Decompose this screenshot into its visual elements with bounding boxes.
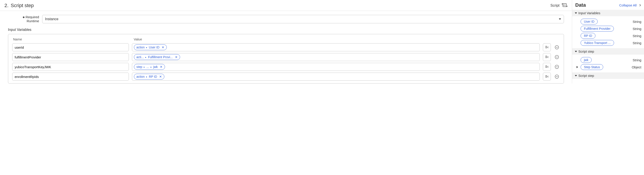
data-pill[interactable]: step▸...▸jwk✕ [134,64,165,70]
data-pill[interactable]: action▸User ID✕ [134,44,167,50]
input-variable-row: action▸User ID✕ [12,43,560,51]
data-type-label: String [633,34,641,38]
data-pill[interactable]: Fulfillment Provider [580,26,614,32]
pill-segment: action [136,46,144,49]
svg-point-6 [548,67,548,67]
data-pill[interactable]: Step Status [580,64,603,70]
required-runtime-row: ✱ Required Runtime Instance [8,15,564,23]
data-item: Step StatusObject [575,64,641,71]
remove-row-button[interactable] [554,54,560,60]
data-group-label: Script step [578,74,594,78]
data-picker-button[interactable] [543,53,551,61]
step-number: 2. [4,3,8,9]
caret-right-icon: ▸ [145,56,146,58]
input-variable-row: action▸RP ID✕ [12,73,560,81]
chevron-down-icon [559,19,561,20]
pill-segment: User ID [149,46,159,49]
variable-value-field[interactable]: step▸...▸jwk✕ [132,63,540,71]
data-group-label: Script step [578,50,594,53]
data-item: Yubico Transport ...String [575,39,641,46]
pill-segment: action [136,75,144,78]
pill-segment: RP ID [149,75,157,78]
column-header-name: Name [12,37,132,41]
column-header-value: Value [132,37,560,41]
caret-right-icon: ▸ [146,76,147,78]
data-type-label: String [633,27,641,31]
data-picker-button[interactable] [543,63,551,71]
data-group-label: Input Variables [578,11,600,15]
caret-right-icon: ▸ [144,66,145,68]
remove-row-button[interactable] [554,64,560,70]
data-item: RP IDString [575,32,641,39]
required-runtime-select[interactable]: Instance [42,15,564,23]
variable-value-field[interactable]: action▸RP ID✕ [132,73,540,81]
data-item: jwkString [575,56,641,64]
required-runtime-label: ✱ Required Runtime [8,15,39,23]
data-panel-title: Data [575,2,586,8]
variable-name-input[interactable] [12,43,129,51]
caret-down-icon [575,13,577,14]
data-pill[interactable]: User ID [580,19,598,25]
input-variable-row: acti...▸Fulfillment Provi...✕ [12,53,560,61]
script-icon [562,3,568,9]
input-variables-title: Input Variables [8,28,564,32]
data-type-label: Object [632,65,641,69]
caret-down-icon [575,51,577,52]
data-pill[interactable]: RP ID [580,33,596,39]
remove-pill-icon[interactable]: ✕ [162,46,164,49]
pill-segment: acti... [136,55,144,59]
remove-pill-icon[interactable]: ✕ [160,65,162,69]
variable-value-field[interactable]: action▸User ID✕ [132,43,540,51]
pill-segment: step [136,65,142,69]
data-group-header[interactable]: Input Variables [572,10,644,16]
data-item: Fulfillment ProviderString [575,25,641,32]
pill-segment: Fulfillment Provi... [148,55,172,59]
pill-segment: jwk [153,65,158,69]
input-variables-box: Name Value action▸User ID✕acti...▸Fulfil… [8,34,564,84]
step-type-label: Script [550,4,560,8]
data-group-header[interactable]: Script step [572,48,644,55]
svg-point-9 [548,77,548,77]
caret-right-icon: ▸ [146,46,147,49]
data-type-label: String [633,20,641,24]
chevron-right-icon[interactable]: › [639,2,641,8]
collapse-all-button[interactable]: Collapse All [619,3,636,7]
data-picker-button[interactable] [543,73,551,81]
pill-segment: ... [146,65,149,69]
data-pill[interactable]: jwk [580,57,592,63]
variable-name-input[interactable] [12,73,129,81]
data-pill[interactable]: acti...▸Fulfillment Provi...✕ [134,54,180,60]
step-header: 2. Script step Script [0,0,572,11]
remove-pill-icon[interactable]: ✕ [159,75,162,78]
data-pill[interactable]: action▸RP ID✕ [134,74,164,80]
input-variable-row: step▸...▸jwk✕ [12,63,560,71]
data-group-header[interactable]: Script step [572,72,644,79]
remove-pill-icon[interactable]: ✕ [175,55,178,59]
caret-right-icon: ▸ [150,66,152,68]
data-type-label: String [633,41,641,45]
remove-row-button[interactable] [554,74,560,80]
variable-name-input[interactable] [12,53,129,61]
variable-value-field[interactable]: acti...▸Fulfillment Provi...✕ [132,53,540,61]
expand-icon[interactable] [576,66,578,68]
data-item: User IDString [575,18,641,25]
data-picker-button[interactable] [543,43,551,51]
caret-down-icon [575,75,577,76]
step-name: Script step [11,3,34,9]
data-type-label: String [633,58,641,62]
svg-point-3 [548,57,548,57]
svg-point-0 [548,47,548,48]
variable-name-input[interactable] [12,63,129,71]
required-runtime-value: Instance [45,17,58,21]
data-pill[interactable]: Yubico Transport ... [580,40,614,46]
remove-row-button[interactable] [554,44,560,50]
